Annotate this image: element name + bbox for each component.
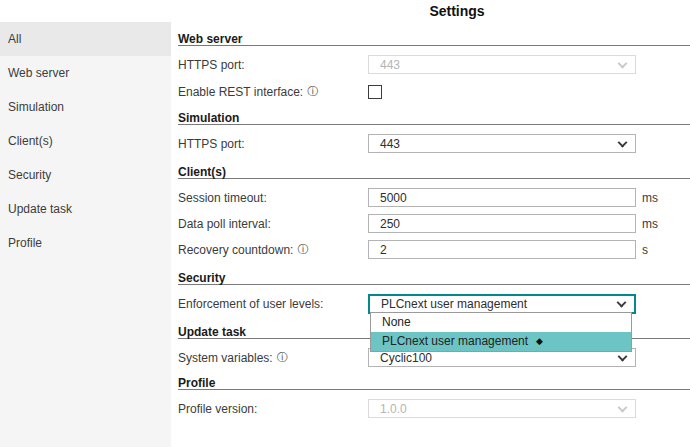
- user-levels-option-plcnext[interactable]: PLCnext user management ◆: [371, 332, 631, 351]
- user-levels-select[interactable]: PLCnext user management None PLCnext use…: [368, 294, 636, 314]
- row-rest-interface: Enable REST interface: ⓘ: [178, 82, 690, 101]
- simulation-https-port-select[interactable]: 443: [368, 134, 636, 153]
- sidebar: All Web server Simulation Client(s) Secu…: [0, 22, 171, 447]
- https-port-select: 443: [368, 55, 636, 74]
- section-profile: Profile Profile version: 1.0.0: [178, 377, 690, 418]
- section-simulation: Simulation HTTPS port: 443: [178, 112, 690, 153]
- https-port-label: HTTPS port:: [178, 137, 368, 151]
- unit-label: s: [642, 243, 648, 257]
- sidebar-item-label: Web server: [8, 66, 69, 80]
- section-clients: Client(s) Session timeout: ms Data poll …: [178, 166, 690, 259]
- diamond-icon: ◆: [536, 336, 543, 346]
- info-icon[interactable]: ⓘ: [297, 244, 308, 255]
- sidebar-item-label: Client(s): [8, 134, 53, 148]
- chevron-down-icon: [618, 137, 628, 147]
- sidebar-item-label: All: [8, 32, 21, 46]
- section-header-simulation: Simulation: [178, 112, 690, 125]
- session-timeout-input[interactable]: [368, 188, 636, 207]
- row-profile-version: Profile version: 1.0.0: [178, 399, 690, 418]
- chevron-down-icon: [618, 402, 628, 412]
- page-title: Settings: [178, 3, 690, 19]
- chevron-down-icon: [617, 297, 627, 307]
- rest-interface-checkbox[interactable]: [368, 85, 382, 99]
- unit-label: ms: [642, 191, 658, 205]
- row-data-poll-interval: Data poll interval: ms: [178, 214, 690, 233]
- row-session-timeout: Session timeout: ms: [178, 188, 690, 207]
- sidebar-item-clients[interactable]: Client(s): [0, 124, 171, 158]
- chevron-down-icon: [618, 351, 628, 361]
- rest-interface-label: Enable REST interface: ⓘ: [178, 85, 368, 99]
- sidebar-item-label: Security: [8, 168, 51, 182]
- section-header-profile: Profile: [178, 377, 690, 390]
- row-https-port-webserver: HTTPS port: 443: [178, 55, 690, 74]
- user-levels-dropdown: None PLCnext user management ◆: [370, 312, 632, 352]
- recovery-countdown-label: Recovery countdown: ⓘ: [178, 243, 368, 257]
- section-security: Security Enforcement of user levels: PLC…: [178, 272, 690, 313]
- section-header-clients: Client(s): [178, 166, 690, 179]
- sidebar-item-web-server[interactable]: Web server: [0, 56, 171, 90]
- sidebar-item-all[interactable]: All: [0, 22, 171, 56]
- sidebar-item-update-task[interactable]: Update task: [0, 192, 171, 226]
- profile-version-select: 1.0.0: [368, 399, 636, 418]
- sidebar-item-security[interactable]: Security: [0, 158, 171, 192]
- recovery-countdown-input[interactable]: [368, 240, 636, 259]
- https-port-label: HTTPS port:: [178, 58, 368, 72]
- section-header-web-server: Web server: [178, 33, 690, 46]
- chevron-down-icon: [618, 58, 628, 68]
- data-poll-interval-label: Data poll interval:: [178, 217, 368, 231]
- sidebar-item-profile[interactable]: Profile: [0, 226, 171, 260]
- row-user-levels: Enforcement of user levels: PLCnext user…: [178, 294, 690, 313]
- info-icon[interactable]: ⓘ: [307, 86, 318, 97]
- sidebar-item-simulation[interactable]: Simulation: [0, 90, 171, 124]
- system-variables-label: System variables: ⓘ: [178, 351, 368, 365]
- row-https-port-simulation: HTTPS port: 443: [178, 134, 690, 153]
- row-recovery-countdown: Recovery countdown: ⓘ s: [178, 240, 690, 259]
- user-levels-option-none[interactable]: None: [371, 313, 631, 332]
- session-timeout-label: Session timeout:: [178, 191, 368, 205]
- data-poll-interval-input[interactable]: [368, 214, 636, 233]
- section-header-security: Security: [178, 272, 690, 285]
- sidebar-item-label: Simulation: [8, 100, 64, 114]
- unit-label: ms: [642, 217, 658, 231]
- user-levels-label: Enforcement of user levels:: [178, 297, 368, 311]
- sidebar-item-label: Update task: [8, 202, 72, 216]
- sidebar-item-label: Profile: [8, 236, 42, 250]
- profile-version-label: Profile version:: [178, 402, 368, 416]
- settings-content: Web server HTTPS port: 443 Enable REST i…: [178, 22, 690, 418]
- info-icon[interactable]: ⓘ: [277, 352, 288, 363]
- settings-page: Settings All Web server Simulation Clien…: [0, 0, 690, 447]
- section-web-server: Web server HTTPS port: 443 Enable REST i…: [178, 33, 690, 101]
